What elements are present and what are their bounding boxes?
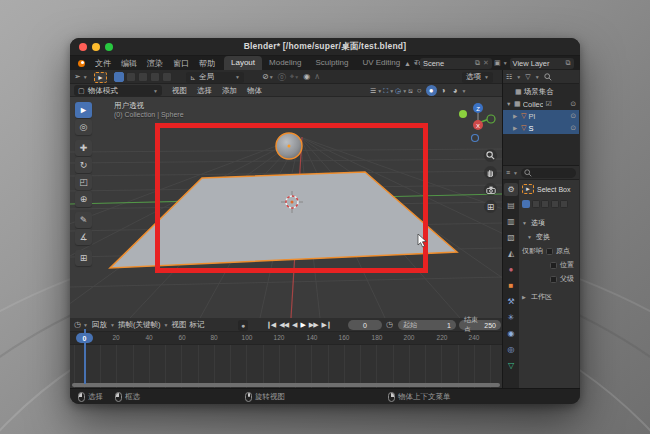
select-mode-set[interactable] xyxy=(114,72,124,82)
tab-scene-icon[interactable]: ◭ xyxy=(504,247,518,260)
shading-solid-icon[interactable]: ● xyxy=(426,85,437,96)
frame-end-field[interactable]: 结束点 250 xyxy=(459,320,501,330)
tool-rotate-icon[interactable]: ↻ xyxy=(75,157,92,173)
timeline-ruler[interactable]: 20 40 60 80 100 120 140 160 180 200 220 … xyxy=(70,332,502,345)
eye-icon[interactable]: ⊙ xyxy=(570,112,576,120)
eye-icon[interactable]: ⊙ xyxy=(570,124,576,132)
search-icon[interactable] xyxy=(544,73,552,81)
parents-checkbox[interactable] xyxy=(550,276,557,283)
tool-measure-icon[interactable]: ∡ xyxy=(75,229,92,245)
mode-dropdown[interactable]: ▢ 物体模式 ▼ xyxy=(74,85,162,96)
menu-add[interactable]: 添加 xyxy=(218,86,241,96)
menu-window[interactable]: 窗口 xyxy=(168,58,194,69)
properties-search-input[interactable] xyxy=(521,168,576,178)
select-mode-invert[interactable] xyxy=(150,72,160,82)
pivot-point-dropdown-icon[interactable]: ⊘▼ xyxy=(262,73,274,81)
object-visibility-dropdown-icon[interactable]: ☰ xyxy=(370,87,376,94)
pan-hand-icon[interactable] xyxy=(484,166,497,179)
select-box-tool-icon[interactable]: ► xyxy=(94,72,107,83)
menu-object[interactable]: 物体 xyxy=(243,86,266,96)
blender-logo-icon[interactable] xyxy=(76,60,86,67)
tab-object-icon[interactable]: ■ xyxy=(504,279,518,292)
titlebar[interactable]: Blender* [/home/super/桌面/test.blend] xyxy=(70,38,580,56)
jump-to-start-button[interactable]: ❙◀ xyxy=(266,321,275,329)
select-mode-intersect[interactable] xyxy=(162,72,172,82)
shading-material-icon[interactable]: ◑ xyxy=(438,85,449,96)
menu-playback[interactable]: 回放 xyxy=(92,320,107,330)
playhead[interactable]: 0 xyxy=(76,333,93,343)
timeline-track-area[interactable] xyxy=(70,345,502,388)
menu-help[interactable]: 帮助 xyxy=(194,58,220,69)
mode-invert-icon[interactable] xyxy=(551,200,559,208)
transform-panel-header[interactable]: ▼变换 xyxy=(527,232,550,242)
transform-orientation-dropdown[interactable]: ⊾ 全局 ▼ xyxy=(186,72,244,83)
proportional-falloff-icon[interactable]: ∧ xyxy=(314,73,320,81)
new-view-layer-icon[interactable]: ⧉ xyxy=(566,59,571,67)
maximize-button[interactable] xyxy=(105,43,113,51)
workspace-panel-header[interactable]: ▶工作区 xyxy=(522,292,552,302)
tool-transform-icon[interactable]: ⊕ xyxy=(75,191,92,207)
snap-magnet-icon[interactable]: 🄋 xyxy=(278,73,286,81)
locations-checkbox[interactable] xyxy=(550,262,557,269)
preview-range-clock-icon[interactable]: ◷ xyxy=(386,321,393,329)
menu-select[interactable]: 选择 xyxy=(193,86,216,96)
tab-layout[interactable]: Layout xyxy=(224,56,262,70)
unlink-scene-icon[interactable]: ✕ xyxy=(483,59,489,67)
options-dropdown[interactable]: 选项 ▼ xyxy=(462,72,493,83)
menu-view[interactable]: 视图 xyxy=(168,86,191,96)
tool-select-box-icon[interactable]: ► xyxy=(75,102,92,118)
xray-toggle-icon[interactable]: ⧅ xyxy=(408,87,412,94)
tab-constraints-icon[interactable]: ◎ xyxy=(504,343,518,356)
outliner-collection-row[interactable]: ▼ ▦ Collec ☑ ⊙ xyxy=(503,98,579,110)
mode-subtract-icon[interactable] xyxy=(541,200,549,208)
eye-icon[interactable]: ⊙ xyxy=(570,100,576,108)
proportional-edit-icon[interactable]: ◉ xyxy=(303,73,310,81)
shading-wireframe-icon[interactable]: ○ xyxy=(414,85,425,96)
tab-particles-icon[interactable]: ✳ xyxy=(504,311,518,324)
origins-checkbox[interactable] xyxy=(546,248,553,255)
menu-render[interactable]: 渲染 xyxy=(142,58,168,69)
tool-move-icon[interactable]: ✚ xyxy=(75,140,92,156)
active-tool-row[interactable]: ► Select Box xyxy=(522,184,570,194)
view-layer-icon[interactable]: ▣ xyxy=(494,59,501,67)
tool-annotate-icon[interactable]: ✎ xyxy=(75,212,92,228)
snap-target-dropdown-icon[interactable]: ⌖▼ xyxy=(290,73,299,81)
tab-modifiers-icon[interactable]: ⚒ xyxy=(504,295,518,308)
tool-add-cube-icon[interactable]: ⊞ xyxy=(75,250,92,266)
editor-type-clock-icon[interactable]: ◷ xyxy=(74,321,81,329)
play-button[interactable]: ▶ xyxy=(300,321,304,329)
zoom-icon[interactable] xyxy=(484,149,497,162)
tab-view-layer-icon[interactable]: ▧ xyxy=(504,231,518,244)
shading-dropdown-icon[interactable]: ▼ xyxy=(462,88,467,94)
gizmos-toggle-icon[interactable]: ⛶ xyxy=(383,87,388,94)
auto-keying-record-button[interactable]: ● xyxy=(238,320,248,331)
tab-render-icon[interactable]: ▤ xyxy=(504,199,518,212)
navigation-gizmo[interactable]: Z X xyxy=(459,103,495,142)
shading-rendered-icon[interactable]: ◕ xyxy=(450,85,461,96)
expand-arrow-icon[interactable]: ▼ xyxy=(506,101,512,107)
tab-physics-icon[interactable]: ◉ xyxy=(504,327,518,340)
scene-icon[interactable]: ▲ xyxy=(404,60,411,67)
viewport-3d[interactable]: Z X 用户透视 (0) Collection | Sphere ► ◎ ✚ ↻… xyxy=(70,97,502,318)
options-panel-header[interactable]: ▼选项 xyxy=(522,218,545,228)
select-mode-extend[interactable] xyxy=(126,72,136,82)
minimize-button[interactable] xyxy=(92,43,100,51)
next-keyframe-button[interactable]: ▶▶ xyxy=(309,321,318,329)
frame-start-field[interactable]: 起始 1 xyxy=(398,320,456,330)
tab-modeling[interactable]: Modeling xyxy=(262,56,308,70)
outliner-filter-icon[interactable]: ▽ xyxy=(525,73,530,80)
play-reverse-button[interactable]: ◀ xyxy=(292,321,296,329)
tab-data-icon[interactable]: ▽ xyxy=(504,359,518,372)
overlays-toggle-icon[interactable]: ◶ xyxy=(395,87,401,94)
outliner-editor-type-icon[interactable]: ☷ xyxy=(506,73,512,80)
outliner-sphere-row[interactable]: ▶ ▽ S ⊙ xyxy=(503,122,579,134)
menu-view-timeline[interactable]: 视图 xyxy=(171,320,186,330)
mode-set-icon[interactable] xyxy=(522,200,530,208)
outliner-scene-collection-row[interactable]: ▦ 场景集合 xyxy=(503,86,579,98)
mode-extend-icon[interactable] xyxy=(532,200,540,208)
menu-keying[interactable]: 插帧(关键帧) xyxy=(118,320,161,330)
current-frame-field[interactable]: 0 xyxy=(348,320,382,330)
expand-arrow-icon[interactable]: ▶ xyxy=(513,113,519,119)
tab-tool-icon[interactable]: ⚙ xyxy=(504,183,518,196)
timeline-scrollbar[interactable] xyxy=(72,383,500,387)
